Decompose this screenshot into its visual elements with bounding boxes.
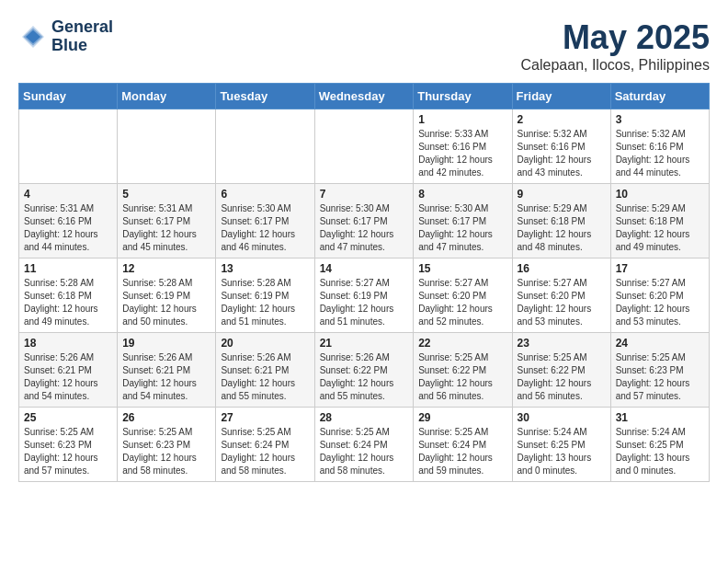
day-info: Sunrise: 5:25 AM Sunset: 6:23 PM Dayligh…	[24, 426, 112, 477]
calendar-cell: 22Sunrise: 5:25 AM Sunset: 6:22 PM Dayli…	[414, 333, 512, 408]
day-info: Sunrise: 5:33 AM Sunset: 6:16 PM Dayligh…	[418, 128, 506, 179]
day-info: Sunrise: 5:28 AM Sunset: 6:19 PM Dayligh…	[221, 277, 309, 328]
weekday-header-saturday: Saturday	[610, 84, 709, 109]
logo: General Blue	[18, 18, 113, 55]
calendar-cell: 31Sunrise: 5:24 AM Sunset: 6:25 PM Dayli…	[610, 408, 709, 482]
calendar-cell: 12Sunrise: 5:28 AM Sunset: 6:19 PM Dayli…	[118, 259, 216, 333]
calendar-week-row: 1Sunrise: 5:33 AM Sunset: 6:16 PM Daylig…	[19, 109, 710, 184]
calendar-cell: 11Sunrise: 5:28 AM Sunset: 6:18 PM Dayli…	[19, 259, 118, 333]
day-info: Sunrise: 5:25 AM Sunset: 6:24 PM Dayligh…	[320, 426, 409, 477]
day-info: Sunrise: 5:25 AM Sunset: 6:22 PM Dayligh…	[418, 351, 506, 403]
calendar-cell: 1Sunrise: 5:33 AM Sunset: 6:16 PM Daylig…	[414, 109, 512, 184]
calendar-cell: 20Sunrise: 5:26 AM Sunset: 6:21 PM Dayli…	[216, 333, 314, 408]
calendar-cell: 14Sunrise: 5:27 AM Sunset: 6:19 PM Dayli…	[314, 259, 414, 333]
weekday-header-thursday: Thursday	[414, 84, 512, 109]
day-number: 8	[418, 188, 506, 201]
logo-icon	[18, 22, 48, 52]
calendar-cell: 5Sunrise: 5:31 AM Sunset: 6:17 PM Daylig…	[118, 184, 216, 259]
day-number: 22	[418, 337, 506, 350]
day-info: Sunrise: 5:26 AM Sunset: 6:21 PM Dayligh…	[24, 351, 112, 403]
day-number: 14	[320, 262, 409, 275]
day-number: 3	[616, 113, 704, 126]
day-info: Sunrise: 5:31 AM Sunset: 6:16 PM Dayligh…	[24, 202, 112, 254]
calendar-week-row: 18Sunrise: 5:26 AM Sunset: 6:21 PM Dayli…	[19, 333, 710, 408]
day-number: 18	[24, 337, 112, 350]
calendar-cell: 13Sunrise: 5:28 AM Sunset: 6:19 PM Dayli…	[216, 259, 314, 333]
calendar-cell: 17Sunrise: 5:27 AM Sunset: 6:20 PM Dayli…	[610, 259, 709, 333]
day-number: 15	[418, 262, 506, 275]
day-number: 30	[518, 411, 606, 424]
day-info: Sunrise: 5:25 AM Sunset: 6:24 PM Dayligh…	[221, 426, 309, 477]
weekday-header-wednesday: Wednesday	[314, 84, 414, 109]
day-info: Sunrise: 5:32 AM Sunset: 6:16 PM Dayligh…	[518, 128, 606, 179]
day-number: 11	[24, 262, 112, 275]
day-number: 31	[616, 411, 704, 424]
day-info: Sunrise: 5:27 AM Sunset: 6:19 PM Dayligh…	[320, 277, 409, 328]
day-info: Sunrise: 5:25 AM Sunset: 6:24 PM Dayligh…	[418, 426, 506, 477]
calendar-cell: 21Sunrise: 5:26 AM Sunset: 6:22 PM Dayli…	[314, 333, 414, 408]
weekday-header-monday: Monday	[118, 84, 216, 109]
day-info: Sunrise: 5:29 AM Sunset: 6:18 PM Dayligh…	[616, 202, 704, 254]
day-info: Sunrise: 5:27 AM Sunset: 6:20 PM Dayligh…	[418, 277, 506, 328]
calendar-cell: 9Sunrise: 5:29 AM Sunset: 6:18 PM Daylig…	[512, 184, 610, 259]
day-info: Sunrise: 5:25 AM Sunset: 6:23 PM Dayligh…	[616, 351, 704, 403]
calendar-week-row: 4Sunrise: 5:31 AM Sunset: 6:16 PM Daylig…	[19, 184, 710, 259]
day-info: Sunrise: 5:29 AM Sunset: 6:18 PM Dayligh…	[518, 202, 606, 254]
calendar-cell: 16Sunrise: 5:27 AM Sunset: 6:20 PM Dayli…	[512, 259, 610, 333]
day-number: 24	[616, 337, 704, 350]
calendar-cell: 27Sunrise: 5:25 AM Sunset: 6:24 PM Dayli…	[216, 408, 314, 482]
day-info: Sunrise: 5:24 AM Sunset: 6:25 PM Dayligh…	[518, 426, 606, 477]
day-info: Sunrise: 5:24 AM Sunset: 6:25 PM Dayligh…	[616, 426, 704, 477]
calendar-cell: 19Sunrise: 5:26 AM Sunset: 6:21 PM Dayli…	[118, 333, 216, 408]
calendar-cell: 8Sunrise: 5:30 AM Sunset: 6:17 PM Daylig…	[414, 184, 512, 259]
calendar-cell: 23Sunrise: 5:25 AM Sunset: 6:22 PM Dayli…	[512, 333, 610, 408]
title-area: May 2025 Calepaan, Ilocos, Philippines	[521, 18, 710, 74]
day-number: 5	[122, 188, 210, 201]
day-number: 2	[518, 113, 606, 126]
calendar-cell	[118, 109, 216, 184]
weekday-header-tuesday: Tuesday	[216, 84, 314, 109]
calendar-cell	[19, 109, 118, 184]
calendar-cell	[314, 109, 414, 184]
day-number: 7	[320, 188, 409, 201]
day-info: Sunrise: 5:26 AM Sunset: 6:21 PM Dayligh…	[122, 351, 210, 403]
day-info: Sunrise: 5:25 AM Sunset: 6:22 PM Dayligh…	[518, 351, 606, 403]
day-info: Sunrise: 5:26 AM Sunset: 6:21 PM Dayligh…	[221, 351, 309, 403]
day-info: Sunrise: 5:30 AM Sunset: 6:17 PM Dayligh…	[221, 202, 309, 254]
calendar-cell: 29Sunrise: 5:25 AM Sunset: 6:24 PM Dayli…	[414, 408, 512, 482]
day-info: Sunrise: 5:30 AM Sunset: 6:17 PM Dayligh…	[418, 202, 506, 254]
day-number: 12	[122, 262, 210, 275]
day-number: 20	[221, 337, 309, 350]
day-number: 26	[122, 411, 210, 424]
calendar-cell: 24Sunrise: 5:25 AM Sunset: 6:23 PM Dayli…	[610, 333, 709, 408]
calendar-cell: 10Sunrise: 5:29 AM Sunset: 6:18 PM Dayli…	[610, 184, 709, 259]
day-number: 10	[616, 188, 704, 201]
calendar-cell: 26Sunrise: 5:25 AM Sunset: 6:23 PM Dayli…	[118, 408, 216, 482]
weekday-header-friday: Friday	[512, 84, 610, 109]
day-info: Sunrise: 5:28 AM Sunset: 6:19 PM Dayligh…	[122, 277, 210, 328]
day-number: 28	[320, 411, 409, 424]
day-info: Sunrise: 5:27 AM Sunset: 6:20 PM Dayligh…	[616, 277, 704, 328]
day-number: 6	[221, 188, 309, 201]
calendar-cell	[216, 109, 314, 184]
calendar-cell: 30Sunrise: 5:24 AM Sunset: 6:25 PM Dayli…	[512, 408, 610, 482]
day-number: 16	[518, 262, 606, 275]
day-number: 13	[221, 262, 309, 275]
calendar-cell: 25Sunrise: 5:25 AM Sunset: 6:23 PM Dayli…	[19, 408, 118, 482]
day-info: Sunrise: 5:28 AM Sunset: 6:18 PM Dayligh…	[24, 277, 112, 328]
location-title: Calepaan, Ilocos, Philippines	[521, 57, 710, 74]
day-number: 9	[518, 188, 606, 201]
calendar-cell: 6Sunrise: 5:30 AM Sunset: 6:17 PM Daylig…	[216, 184, 314, 259]
month-title: May 2025	[521, 18, 710, 57]
logo-text: General Blue	[51, 18, 113, 55]
day-number: 25	[24, 411, 112, 424]
day-number: 29	[418, 411, 506, 424]
calendar-table: SundayMondayTuesdayWednesdayThursdayFrid…	[18, 83, 710, 482]
day-number: 4	[24, 188, 112, 201]
calendar-week-row: 11Sunrise: 5:28 AM Sunset: 6:18 PM Dayli…	[19, 259, 710, 333]
day-number: 1	[418, 113, 506, 126]
day-info: Sunrise: 5:27 AM Sunset: 6:20 PM Dayligh…	[518, 277, 606, 328]
calendar-cell: 15Sunrise: 5:27 AM Sunset: 6:20 PM Dayli…	[414, 259, 512, 333]
day-number: 23	[518, 337, 606, 350]
calendar-cell: 28Sunrise: 5:25 AM Sunset: 6:24 PM Dayli…	[314, 408, 414, 482]
